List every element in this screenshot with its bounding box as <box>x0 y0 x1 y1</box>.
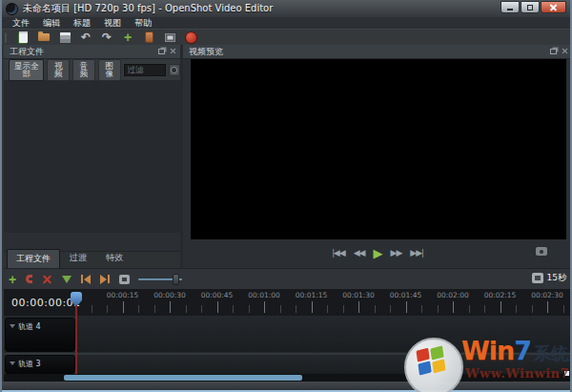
float-panel-button[interactable] <box>550 49 557 54</box>
window-bottom-frame <box>2 382 570 392</box>
magnet-icon <box>26 275 32 283</box>
scrollbar-thumb[interactable] <box>64 375 302 381</box>
undo-icon: ↶ <box>81 31 91 43</box>
export-video-button[interactable] <box>180 31 201 45</box>
jump-to-start-button[interactable]: |◀◀ <box>332 249 344 258</box>
next-marker-button[interactable] <box>100 272 110 287</box>
menu-edit[interactable]: 编辑 <box>36 17 67 29</box>
open-project-button[interactable] <box>33 31 54 45</box>
track-label: 轨道 4 <box>18 321 41 332</box>
ruler-time-label: 00:01:15 <box>291 291 333 299</box>
timeline-ruler[interactable]: 00:00:00:01 00:00:1500:00:3000:00:4500:0… <box>4 289 572 316</box>
open-folder-icon <box>38 33 50 41</box>
video-preview-panel: 视频预览 |◀◀ ◀◀ ▶ ▶▶ ▶▶| <box>183 45 572 268</box>
clear-filter-button[interactable] <box>169 64 180 76</box>
maximize-button[interactable] <box>521 1 540 13</box>
razor-tool-button[interactable] <box>42 272 52 287</box>
redo-icon: ↷ <box>102 31 112 43</box>
timeline-scrollbar[interactable] <box>4 374 572 382</box>
filter-show-all-button[interactable]: 显示全部 <box>9 59 44 81</box>
add-marker-icon <box>62 276 72 283</box>
ruler-time-label: 00:00:30 <box>149 291 191 299</box>
tab-project-files[interactable]: 工程文件 <box>7 249 60 268</box>
new-project-icon <box>19 31 28 43</box>
filter-video-button[interactable]: 视频 <box>47 59 70 81</box>
main-toolbar: ↶ ↷ + <box>2 29 570 45</box>
ruler-minor-tick <box>138 305 139 313</box>
jump-to-end-button[interactable]: ▶▶| <box>410 249 422 258</box>
ruler-minor-tick <box>201 305 202 313</box>
close-icon <box>562 48 568 54</box>
new-project-button[interactable] <box>12 31 33 45</box>
title-bar[interactable]: 未命名项目 [HD 720p 30 fps] - OpenShot Video … <box>2 0 570 17</box>
menu-file[interactable]: 文件 <box>6 17 36 29</box>
add-marker-button[interactable] <box>62 272 72 287</box>
ruler-major-tick <box>406 301 407 313</box>
menu-view[interactable]: 视图 <box>97 17 128 29</box>
ruler-minor-tick <box>296 305 296 313</box>
tab-effects[interactable]: 特效 <box>96 248 133 268</box>
float-panel-button[interactable] <box>158 49 165 54</box>
minimize-icon <box>507 9 513 10</box>
close-button[interactable] <box>541 1 566 13</box>
menu-help[interactable]: 帮助 <box>128 17 158 29</box>
project-files-list[interactable] <box>4 80 180 233</box>
ruler-minor-tick <box>375 305 376 313</box>
dock-icons <box>550 48 568 54</box>
scrollbar-corner <box>564 371 569 376</box>
openshot-window: 未命名项目 [HD 720p 30 fps] - OpenShot Video … <box>0 0 572 392</box>
ruler-major-tick <box>547 301 548 313</box>
zoom-slider-handle[interactable] <box>173 274 179 285</box>
timeline-toolbar: + 15秒 <box>4 268 572 289</box>
tab-transitions[interactable]: 过渡 <box>60 248 96 268</box>
filter-input[interactable] <box>124 64 166 76</box>
ruler-minor-tick <box>154 305 155 313</box>
track-content[interactable] <box>76 318 570 352</box>
minimize-button[interactable] <box>500 1 520 13</box>
track-header[interactable]: 轨道 4 <box>5 318 75 352</box>
timeline-zoom-slider[interactable] <box>138 273 182 286</box>
snapping-button[interactable] <box>26 272 32 287</box>
choose-profile-button[interactable] <box>138 31 159 45</box>
ruler-major-tick <box>500 301 501 313</box>
rewind-button[interactable]: ◀◀ <box>354 249 365 258</box>
maximize-icon <box>527 5 533 10</box>
center-on-playhead-button[interactable] <box>119 272 130 287</box>
zoom-scale-icon[interactable] <box>532 273 543 283</box>
track-content[interactable] <box>76 355 570 374</box>
menu-title[interactable]: 标题 <box>67 17 97 29</box>
close-panel-button[interactable] <box>562 48 568 54</box>
ruler-minor-tick <box>421 305 422 313</box>
save-project-button[interactable] <box>54 31 75 45</box>
ruler-time-label: 00:01:30 <box>337 291 379 299</box>
add-track-button[interactable]: + <box>9 272 16 287</box>
previous-marker-button[interactable] <box>81 272 91 287</box>
playhead-line <box>75 305 77 374</box>
redo-button[interactable]: ↷ <box>96 31 117 45</box>
video-preview-header: 视频预览 <box>183 45 572 59</box>
ruler-major-tick <box>123 301 124 313</box>
ruler-minor-tick <box>92 305 92 313</box>
play-button[interactable]: ▶ <box>374 247 382 259</box>
filter-audio-button[interactable]: 音频 <box>72 59 95 81</box>
fast-forward-button[interactable]: ▶▶ <box>391 249 402 258</box>
ruler-minor-tick <box>327 305 328 313</box>
import-files-button[interactable]: + <box>117 31 138 45</box>
export-video-icon <box>185 31 197 44</box>
camera-icon[interactable] <box>536 247 547 256</box>
project-files-header: 工程文件 <box>4 45 180 59</box>
track-header[interactable]: 轨道 3 <box>5 355 75 374</box>
chevron-down-icon <box>10 324 15 328</box>
filter-image-button[interactable]: 图像 <box>98 59 121 81</box>
close-panel-button[interactable] <box>170 48 176 54</box>
toolbar-grip[interactable] <box>5 32 7 43</box>
project-files-title: 工程文件 <box>10 46 44 58</box>
fullscreen-button[interactable] <box>159 31 180 45</box>
dock-icons <box>158 48 176 54</box>
close-icon <box>549 3 558 11</box>
filter-row: 显示全部 视频 音频 图像 <box>4 59 180 80</box>
zoom-scale-label: 15秒 <box>547 272 566 284</box>
ruler-minor-tick <box>343 305 344 313</box>
undo-button[interactable]: ↶ <box>75 31 96 45</box>
window-title: 未命名项目 [HD 720p 30 fps] - OpenShot Video … <box>23 2 273 15</box>
